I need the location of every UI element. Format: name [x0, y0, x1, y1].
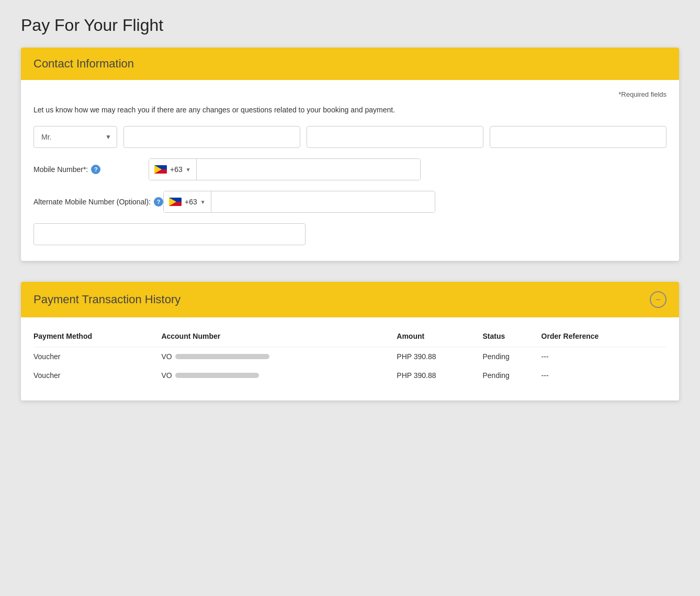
contact-information-card: Contact Information *Required fields Let…	[21, 48, 679, 261]
cell-order-reference: ---	[541, 347, 667, 366]
payment-header-row: Payment Transaction History −	[33, 291, 667, 308]
mobile-label: Mobile Number*: ?	[33, 165, 149, 174]
table-header-row: Payment Method Account Number Amount Sta…	[33, 328, 667, 347]
last-name-input[interactable]	[490, 126, 667, 148]
title-select-wrapper[interactable]: Mr. Ms. Mrs. Dr. ▼	[33, 126, 117, 148]
contact-info-text: Let us know how we may reach you if ther…	[33, 105, 667, 116]
col-order-reference: Order Reference	[541, 328, 667, 347]
col-account-number: Account Number	[161, 328, 397, 347]
col-amount: Amount	[397, 328, 482, 347]
col-status: Status	[482, 328, 541, 347]
payment-card-title: Payment Transaction History	[33, 293, 180, 306]
alt-mobile-label: Alternate Mobile Number (Optional): ?	[33, 197, 163, 207]
payment-card-header: Payment Transaction History −	[21, 282, 679, 317]
col-payment-method: Payment Method	[33, 328, 161, 347]
mobile-country-select[interactable]: +63 ▼	[149, 159, 197, 180]
cell-order-reference: ---	[541, 366, 667, 385]
cell-amount: PHP 390.88	[397, 366, 482, 385]
cell-account-number: VO	[161, 347, 397, 366]
cell-amount: PHP 390.88	[397, 347, 482, 366]
redacted-account-icon	[175, 373, 259, 378]
mobile-number-row: Mobile Number*: ? +63 ▼	[33, 158, 667, 180]
required-note: *Required fields	[33, 90, 667, 98]
table-row: VoucherVOPHP 390.88Pending---	[33, 347, 667, 366]
cell-account-number: VO	[161, 366, 397, 385]
first-name-input[interactable]	[123, 126, 300, 148]
ph-flag-icon	[154, 165, 167, 174]
payment-history-card: Payment Transaction History − Payment Me…	[21, 282, 679, 400]
table-row: VoucherVOPHP 390.88Pending---	[33, 366, 667, 385]
alt-mobile-country-code: +63	[185, 198, 197, 206]
contact-card-body: *Required fields Let us know how we may …	[21, 80, 679, 261]
account-prefix: VO	[161, 352, 172, 361]
mobile-phone-group: +63 ▼	[149, 158, 421, 180]
redacted-account-icon	[175, 354, 269, 359]
email-row	[33, 223, 667, 245]
alt-mobile-number-input[interactable]	[211, 191, 435, 212]
cell-payment-method: Voucher	[33, 366, 161, 385]
name-row: Mr. Ms. Mrs. Dr. ▼	[33, 126, 667, 148]
alt-mobile-help-icon[interactable]: ?	[154, 197, 163, 207]
mobile-help-icon[interactable]: ?	[91, 165, 100, 174]
ph-flag-icon-alt	[169, 198, 182, 206]
contact-card-header: Contact Information	[21, 48, 679, 80]
contact-card-title: Contact Information	[33, 57, 134, 70]
mobile-country-code: +63	[170, 165, 183, 174]
collapse-button[interactable]: −	[650, 291, 667, 308]
cell-status: Pending	[482, 347, 541, 366]
alt-mobile-phone-group: +63 ▼	[163, 191, 435, 213]
alt-mobile-country-arrow-icon: ▼	[200, 199, 206, 205]
page-title: Pay For Your Flight	[21, 16, 679, 35]
payment-table-section: Payment Method Account Number Amount Sta…	[21, 317, 679, 400]
alt-mobile-row: Alternate Mobile Number (Optional): ? +6…	[33, 191, 667, 213]
mobile-country-arrow-icon: ▼	[186, 167, 191, 173]
middle-name-input[interactable]	[307, 126, 483, 148]
cell-status: Pending	[482, 366, 541, 385]
account-prefix: VO	[161, 371, 172, 380]
title-select[interactable]: Mr. Ms. Mrs. Dr.	[34, 127, 117, 147]
email-input[interactable]	[33, 223, 306, 245]
mobile-number-input[interactable]	[197, 159, 420, 180]
payment-table: Payment Method Account Number Amount Sta…	[33, 328, 667, 385]
alt-mobile-country-select[interactable]: +63 ▼	[164, 191, 211, 212]
cell-payment-method: Voucher	[33, 347, 161, 366]
